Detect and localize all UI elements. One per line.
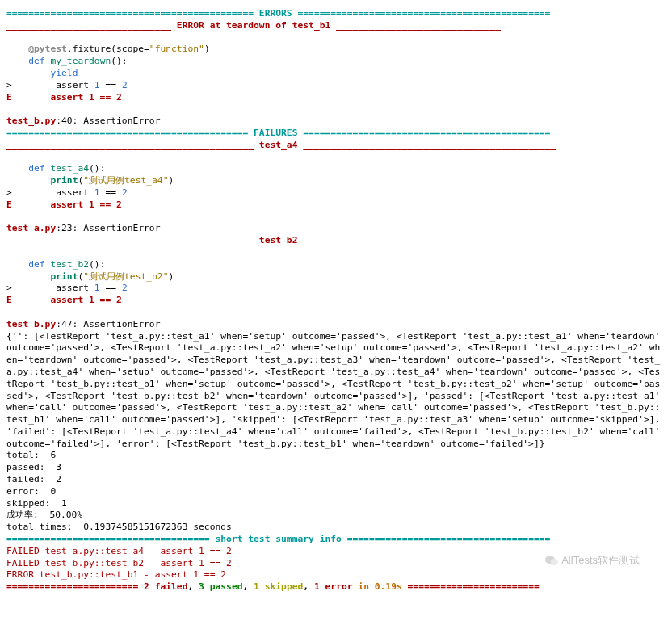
fn2-assert: assert 1 == 2 <box>12 187 128 198</box>
stat-rate: 成功率: 50.00% <box>6 510 82 520</box>
fn3-loc: test_b.py <box>6 319 56 329</box>
fn2-def: def <box>6 163 45 174</box>
fn1-loc: test_b.py <box>6 115 56 126</box>
rule-error-teardown: ______________________________ <box>6 20 171 31</box>
fn2-loc: test_a.py <box>6 223 56 233</box>
summary-l3: ERROR test_b.py::test_b1 - assert 1 == 2 <box>6 569 226 580</box>
rule-errors: ========================================… <box>6 8 254 19</box>
fn2-msg: "测试用例test_a4" <box>83 175 168 186</box>
final-c2: , <box>243 581 254 592</box>
summary-l1: FAILED test_a.py::test_a4 - assert 1 == … <box>6 546 232 556</box>
rule-test-b2: ________________________________________… <box>6 235 254 245</box>
header-summary: short test summary info <box>210 534 347 544</box>
fn3-msg: "测试用例test_b2" <box>83 271 168 282</box>
final-failed: 2 failed <box>144 581 187 592</box>
fn2-sig: (): <box>89 163 105 174</box>
final-passed: 3 passed <box>199 581 242 592</box>
final-time: in 0.19s <box>353 581 402 592</box>
stat-error: error: 0 <box>6 486 56 497</box>
fn3-name: test_b2 <box>45 259 89 270</box>
stat-failed: failed: 2 <box>6 474 61 484</box>
rule-summary: ===================================== <box>6 534 210 544</box>
fn1-loc-rest: :40: AssertionError <box>56 115 160 126</box>
rule-errors-r: ========================================… <box>297 8 550 19</box>
header-errors: ERRORS <box>254 8 297 19</box>
fn1-sig: (): <box>111 56 127 66</box>
rule-error-teardown-r: ______________________________ <box>336 20 501 31</box>
final-eq-r: ======================== <box>402 581 540 592</box>
fn2-pclose: ) <box>168 175 174 186</box>
rule-failures: ========================================… <box>6 128 248 138</box>
fn1-e-line: E assert 1 == 2 <box>6 92 122 103</box>
final-error: 1 error <box>314 581 353 592</box>
decorator-close: ) <box>204 44 210 54</box>
header-failures: FAILURES <box>248 128 303 138</box>
dict-dump: {'': [<TestReport 'test_a.py::test_a1' w… <box>6 331 666 449</box>
fn3-print: print <box>6 271 78 282</box>
fn3-loc-rest: :47: AssertionError <box>56 319 160 329</box>
decorator-rest: .fixture(scope= <box>67 44 149 54</box>
fn3-sig: (): <box>89 259 105 270</box>
stat-times: total times: 0.19374585151672363 seconds <box>6 522 232 532</box>
fn1-assert: assert 1 == 2 <box>12 80 128 90</box>
decorator-arg: "function" <box>149 44 204 54</box>
fn3-e-line: E assert 1 == 2 <box>6 295 122 305</box>
terminal-output: ========================================… <box>0 0 672 600</box>
fn3-def: def <box>6 259 45 270</box>
rule-failures-r: ========================================… <box>303 128 550 138</box>
final-eq-l: ======================== <box>6 581 144 592</box>
header-test-b2: test_b2 <box>254 235 303 245</box>
stat-skipped: skipped: 1 <box>6 498 67 509</box>
final-c3: , <box>303 581 314 592</box>
fn1-def: def <box>6 56 45 66</box>
fn3-assert: assert 1 == 2 <box>12 283 128 293</box>
stat-passed: passed: 3 <box>6 462 61 472</box>
rule-test-a4-r: ________________________________________… <box>303 140 556 150</box>
fn1-name: my_teardown <box>45 56 111 66</box>
fn2-e-line: E assert 1 == 2 <box>6 199 122 210</box>
fn2-print: print <box>6 175 78 186</box>
header-test-a4: test_a4 <box>254 140 303 150</box>
fn2-loc-rest: :23: AssertionError <box>56 223 160 233</box>
stat-total: total: 6 <box>6 450 56 460</box>
fn2-name: test_a4 <box>45 163 89 174</box>
header-error-teardown: ERROR at teardown of test_b1 <box>171 20 336 31</box>
final-skipped: 1 skipped <box>254 581 303 592</box>
fn3-pclose: ) <box>168 271 174 282</box>
rule-test-a4: ________________________________________… <box>6 140 254 150</box>
fn1-yield: yield <box>6 68 78 78</box>
final-c1: , <box>187 581 199 592</box>
rule-test-b2-r: ________________________________________… <box>303 235 556 245</box>
rule-summary-r: ===================================== <box>347 534 551 544</box>
summary-l2: FAILED test_b.py::test_b2 - assert 1 == … <box>6 558 232 568</box>
decorator-pytest: @pytest <box>6 44 67 54</box>
